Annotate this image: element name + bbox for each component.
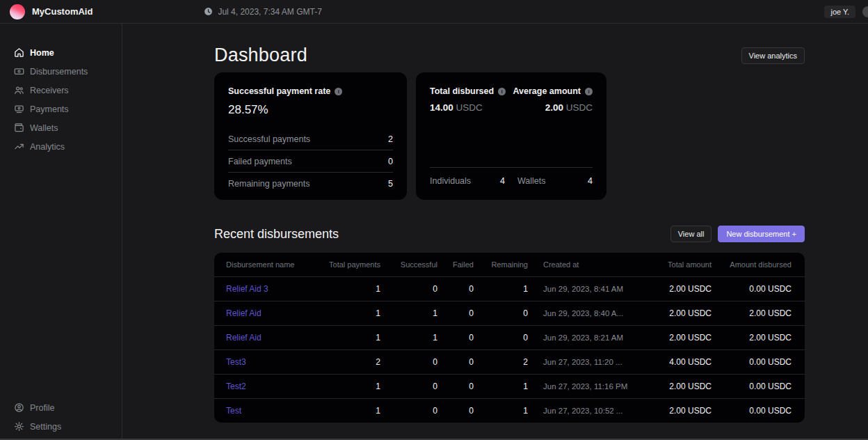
wallets-label: Wallets bbox=[517, 176, 546, 186]
avatar[interactable] bbox=[862, 6, 868, 17]
table-row[interactable]: Test3 2 0 0 2 Jun 27, 2023, 11:20 ... 4.… bbox=[214, 349, 805, 374]
disbursement-link[interactable]: Test2 bbox=[226, 382, 323, 391]
sidebar-item-label: Settings bbox=[30, 422, 61, 432]
failed-cell: 0 bbox=[437, 308, 474, 318]
sidebar-item-settings[interactable]: Settings bbox=[0, 417, 122, 436]
stat-label: Successful payments bbox=[228, 134, 310, 144]
average-amount-value: 2.00 USDC bbox=[545, 102, 593, 113]
table-row[interactable]: Relief Aid 1 1 0 0 Jun 29, 2023, 8:40 A.… bbox=[214, 301, 805, 325]
failed-cell: 0 bbox=[437, 382, 474, 391]
sidebar-item-profile[interactable]: Profile bbox=[0, 398, 122, 417]
users-icon bbox=[14, 85, 24, 95]
amount-disbursed-cell: 0.00 USDC bbox=[712, 382, 791, 391]
gear-icon bbox=[14, 421, 24, 432]
amount-disbursed-cell: 0.00 USDC bbox=[712, 284, 791, 294]
sidebar-item-analytics[interactable]: Analytics bbox=[0, 137, 122, 156]
info-icon[interactable] bbox=[498, 88, 506, 95]
total-disbursed-card: Total disbursed Average amount 14.00 USD… bbox=[416, 72, 606, 200]
table-row[interactable]: Relief Aid 1 1 0 0 Jun 29, 2023, 8:21 AM… bbox=[214, 325, 805, 349]
failed-cell: 0 bbox=[437, 406, 474, 416]
total-payments-cell: 1 bbox=[323, 382, 380, 391]
total-amount-cell: 2.00 USDC bbox=[621, 308, 712, 318]
topbar: MyCustomAid Jul 4, 2023, 7:34 AM GMT-7 j… bbox=[0, 0, 868, 24]
column-header: Amount disbursed bbox=[712, 260, 791, 269]
sidebar-item-label: Wallets bbox=[30, 123, 58, 133]
column-header: Successful bbox=[380, 260, 437, 269]
remaining-cell: 1 bbox=[474, 284, 528, 294]
stat-value: 2 bbox=[388, 134, 393, 144]
sidebar-item-receivers[interactable]: Receivers bbox=[0, 81, 122, 100]
disbursement-link[interactable]: Test3 bbox=[226, 357, 323, 367]
amount-currency: USDC bbox=[456, 102, 483, 113]
view-analytics-button[interactable]: View analytics bbox=[741, 47, 805, 64]
home-icon bbox=[14, 47, 24, 58]
successful-cell: 0 bbox=[380, 284, 437, 294]
sidebar: Home Disbursements Receivers Payments Wa… bbox=[0, 24, 122, 440]
total-payments-cell: 1 bbox=[323, 333, 380, 343]
total-disbursed-value: 14.00 USDC bbox=[430, 102, 483, 113]
column-header: Total payments bbox=[323, 260, 380, 269]
new-disbursement-button[interactable]: New disbursement + bbox=[718, 226, 805, 242]
sidebar-item-label: Payments bbox=[30, 104, 69, 114]
sidebar-item-disbursements[interactable]: Disbursements bbox=[0, 62, 122, 81]
topbar-datetime: Jul 4, 2023, 7:34 AM GMT-7 bbox=[204, 7, 321, 17]
remaining-cell: 2 bbox=[474, 357, 528, 367]
created-at-cell: Jun 27, 2023, 10:52 ... bbox=[528, 407, 621, 415]
view-all-button[interactable]: View all bbox=[670, 226, 712, 242]
stat-row-failed: Failed payments 0 bbox=[228, 150, 393, 173]
main-area: Dashboard View analytics Successful paym… bbox=[122, 24, 868, 440]
total-amount-cell: 2.00 USDC bbox=[621, 382, 712, 391]
column-header: Failed bbox=[437, 260, 474, 269]
column-header: Created at bbox=[528, 260, 621, 269]
successful-cell: 0 bbox=[380, 382, 437, 391]
table-row[interactable]: Test2 1 0 0 1 Jun 27, 2023, 11:16 PM 2.0… bbox=[214, 374, 805, 398]
successful-cell: 0 bbox=[380, 406, 437, 416]
info-icon[interactable] bbox=[585, 88, 593, 95]
created-at-cell: Jun 27, 2023, 11:20 ... bbox=[528, 358, 621, 366]
failed-cell: 0 bbox=[437, 333, 474, 343]
sidebar-item-label: Receivers bbox=[30, 86, 69, 95]
amount-number: 2.00 bbox=[545, 102, 563, 113]
disbursement-link[interactable]: Relief Aid bbox=[226, 333, 323, 343]
wallets-value: 4 bbox=[588, 176, 593, 186]
brand-name: MyCustomAid bbox=[32, 6, 93, 17]
total-payments-cell: 1 bbox=[323, 308, 380, 318]
column-header: Remaining bbox=[474, 260, 528, 269]
successful-cell: 0 bbox=[380, 357, 437, 367]
recent-disbursements-title: Recent disbursements bbox=[214, 227, 339, 242]
stat-value: 0 bbox=[388, 157, 393, 166]
payment-rate-title: Successful payment rate bbox=[228, 86, 330, 96]
sidebar-item-payments[interactable]: Payments bbox=[0, 100, 122, 118]
total-amount-cell: 2.00 USDC bbox=[621, 284, 712, 294]
info-icon[interactable] bbox=[335, 88, 342, 95]
remaining-cell: 0 bbox=[474, 308, 528, 318]
total-amount-cell: 2.00 USDC bbox=[621, 333, 712, 343]
stat-value: 5 bbox=[388, 179, 393, 189]
sidebar-item-label: Home bbox=[30, 48, 54, 58]
disbursement-link[interactable]: Test bbox=[226, 406, 323, 416]
total-payments-cell: 1 bbox=[323, 284, 380, 294]
user-menu-button[interactable]: joe Y. bbox=[824, 6, 855, 18]
total-disbursed-title: Total disbursed bbox=[430, 86, 494, 96]
disbursement-link[interactable]: Relief Aid 3 bbox=[226, 284, 323, 294]
sidebar-footer: Profile Settings bbox=[0, 398, 122, 436]
app-logo bbox=[10, 4, 25, 19]
table-row[interactable]: Relief Aid 3 1 0 0 1 Jun 29, 2023, 8:41 … bbox=[214, 276, 805, 301]
stat-row-successful: Successful payments 2 bbox=[228, 128, 393, 150]
remaining-cell: 1 bbox=[474, 406, 528, 416]
disbursement-link[interactable]: Relief Aid bbox=[226, 308, 323, 318]
trend-up-icon bbox=[14, 141, 24, 152]
stat-label: Remaining payments bbox=[228, 179, 310, 189]
amount-disbursed-cell: 0.00 USDC bbox=[712, 406, 791, 416]
amount-number: 14.00 bbox=[430, 102, 453, 113]
sidebar-item-wallets[interactable]: Wallets bbox=[0, 118, 122, 137]
payment-rate-value: 28.57% bbox=[228, 103, 393, 117]
individuals-label: Individuals bbox=[430, 176, 471, 186]
total-amount-cell: 2.00 USDC bbox=[621, 406, 712, 416]
table-header-row: Disbursement name Total payments Success… bbox=[214, 253, 805, 276]
failed-cell: 0 bbox=[437, 357, 474, 367]
wallet-icon bbox=[14, 123, 24, 133]
table-row[interactable]: Test 1 0 0 1 Jun 27, 2023, 10:52 ... 2.0… bbox=[214, 398, 805, 423]
sidebar-item-home[interactable]: Home bbox=[0, 43, 122, 62]
successful-cell: 1 bbox=[380, 308, 437, 318]
